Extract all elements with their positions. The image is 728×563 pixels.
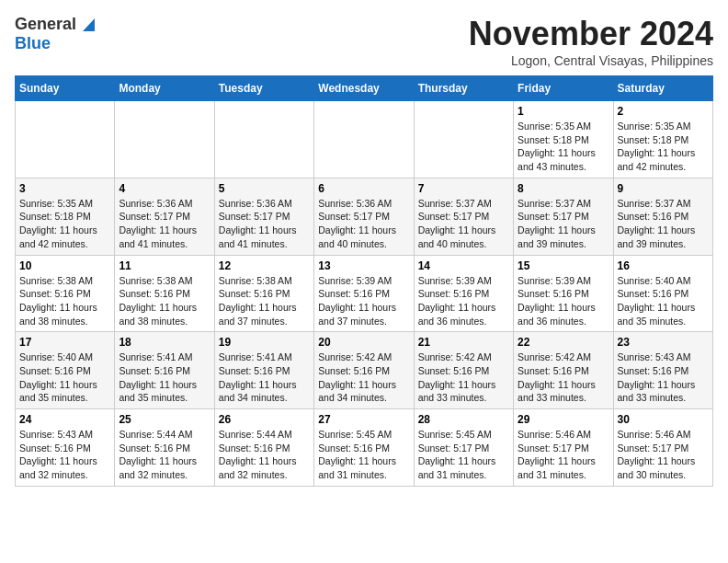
day-number: 26 [219,413,310,426]
day-number: 6 [318,182,409,195]
day-number: 19 [219,336,310,349]
day-number: 14 [418,259,509,272]
calendar-cell: 13Sunrise: 5:39 AM Sunset: 5:16 PM Dayli… [314,255,414,332]
day-number: 3 [19,182,110,195]
day-info: Sunrise: 5:43 AM Sunset: 5:16 PM Dayligh… [19,428,110,482]
day-info: Sunrise: 5:46 AM Sunset: 5:17 PM Dayligh… [518,428,609,482]
calendar-cell: 7Sunrise: 5:37 AM Sunset: 5:17 PM Daylig… [414,178,513,255]
day-number: 20 [318,336,409,349]
day-info: Sunrise: 5:42 AM Sunset: 5:16 PM Dayligh… [318,350,409,405]
day-info: Sunrise: 5:38 AM Sunset: 5:16 PM Dayligh… [119,274,210,328]
calendar-cell: 22Sunrise: 5:42 AM Sunset: 5:16 PM Dayli… [514,332,613,409]
day-info: Sunrise: 5:36 AM Sunset: 5:17 PM Dayligh… [119,197,210,251]
day-number: 2 [618,105,709,118]
day-info: Sunrise: 5:36 AM Sunset: 5:17 PM Dayligh… [318,197,409,251]
day-number: 7 [418,182,509,195]
logo-general: General [15,16,76,34]
day-info: Sunrise: 5:44 AM Sunset: 5:16 PM Dayligh… [119,428,210,482]
weekday-header-friday: Friday [514,76,613,101]
day-number: 24 [19,413,110,426]
day-info: Sunrise: 5:36 AM Sunset: 5:17 PM Dayligh… [219,197,310,251]
calendar-cell: 25Sunrise: 5:44 AM Sunset: 5:16 PM Dayli… [115,409,214,487]
calendar-cell [214,101,313,178]
day-info: Sunrise: 5:40 AM Sunset: 5:16 PM Dayligh… [618,274,709,328]
day-info: Sunrise: 5:43 AM Sunset: 5:16 PM Dayligh… [618,350,709,405]
day-number: 23 [618,336,709,349]
calendar-cell: 24Sunrise: 5:43 AM Sunset: 5:16 PM Dayli… [16,409,115,487]
day-number: 11 [119,259,210,272]
day-number: 1 [518,105,609,118]
day-number: 5 [219,182,310,195]
day-info: Sunrise: 5:41 AM Sunset: 5:16 PM Dayligh… [219,350,310,405]
logo: General Blue [15,15,95,53]
day-number: 21 [418,336,509,349]
month-title: November 2024 [469,15,713,53]
day-info: Sunrise: 5:40 AM Sunset: 5:16 PM Dayligh… [19,350,110,405]
day-number: 17 [19,336,110,349]
weekday-header-wednesday: Wednesday [314,76,414,101]
day-info: Sunrise: 5:35 AM Sunset: 5:18 PM Dayligh… [19,197,110,251]
logo-icon [78,15,95,31]
day-number: 25 [119,413,210,426]
day-info: Sunrise: 5:39 AM Sunset: 5:16 PM Dayligh… [318,274,409,328]
day-info: Sunrise: 5:46 AM Sunset: 5:17 PM Dayligh… [618,428,709,482]
calendar-cell: 20Sunrise: 5:42 AM Sunset: 5:16 PM Dayli… [314,332,414,409]
day-number: 30 [618,413,709,426]
day-info: Sunrise: 5:37 AM Sunset: 5:17 PM Dayligh… [518,197,609,251]
day-info: Sunrise: 5:35 AM Sunset: 5:18 PM Dayligh… [618,120,709,174]
calendar-cell: 19Sunrise: 5:41 AM Sunset: 5:16 PM Dayli… [214,332,313,409]
day-number: 12 [219,259,310,272]
day-info: Sunrise: 5:38 AM Sunset: 5:16 PM Dayligh… [19,274,110,328]
calendar-cell: 3Sunrise: 5:35 AM Sunset: 5:18 PM Daylig… [16,178,115,255]
location: Logon, Central Visayas, Philippines [469,53,713,68]
page-header: General Blue November 2024 Logon, Centra… [15,15,713,68]
calendar-header-row: SundayMondayTuesdayWednesdayThursdayFrid… [16,76,713,101]
day-number: 27 [318,413,409,426]
calendar-cell: 14Sunrise: 5:39 AM Sunset: 5:16 PM Dayli… [414,255,513,332]
weekday-header-saturday: Saturday [613,76,712,101]
day-info: Sunrise: 5:45 AM Sunset: 5:17 PM Dayligh… [418,428,509,482]
calendar-cell: 1Sunrise: 5:35 AM Sunset: 5:18 PM Daylig… [514,101,613,178]
day-info: Sunrise: 5:39 AM Sunset: 5:16 PM Dayligh… [418,274,509,328]
day-number: 8 [518,182,609,195]
calendar-table: SundayMondayTuesdayWednesdayThursdayFrid… [15,75,713,487]
calendar-cell: 16Sunrise: 5:40 AM Sunset: 5:16 PM Dayli… [613,255,712,332]
calendar-cell: 21Sunrise: 5:42 AM Sunset: 5:16 PM Dayli… [414,332,513,409]
day-info: Sunrise: 5:38 AM Sunset: 5:16 PM Dayligh… [219,274,310,328]
day-info: Sunrise: 5:41 AM Sunset: 5:16 PM Dayligh… [119,350,210,405]
title-area: November 2024 Logon, Central Visayas, Ph… [469,15,713,68]
calendar-cell: 10Sunrise: 5:38 AM Sunset: 5:16 PM Dayli… [16,255,115,332]
day-info: Sunrise: 5:37 AM Sunset: 5:16 PM Dayligh… [618,197,709,251]
calendar-cell: 12Sunrise: 5:38 AM Sunset: 5:16 PM Dayli… [214,255,313,332]
calendar-cell [115,101,214,178]
weekday-header-sunday: Sunday [16,76,115,101]
day-number: 9 [618,182,709,195]
calendar-cell: 23Sunrise: 5:43 AM Sunset: 5:16 PM Dayli… [613,332,712,409]
day-info: Sunrise: 5:44 AM Sunset: 5:16 PM Dayligh… [219,428,310,482]
calendar-cell: 30Sunrise: 5:46 AM Sunset: 5:17 PM Dayli… [613,409,712,487]
weekday-header-tuesday: Tuesday [214,76,313,101]
day-info: Sunrise: 5:35 AM Sunset: 5:18 PM Dayligh… [518,120,609,174]
calendar-cell [414,101,513,178]
day-info: Sunrise: 5:37 AM Sunset: 5:17 PM Dayligh… [418,197,509,251]
calendar-cell: 4Sunrise: 5:36 AM Sunset: 5:17 PM Daylig… [115,178,214,255]
calendar-cell: 2Sunrise: 5:35 AM Sunset: 5:18 PM Daylig… [613,101,712,178]
calendar-cell: 9Sunrise: 5:37 AM Sunset: 5:16 PM Daylig… [613,178,712,255]
calendar-cell: 11Sunrise: 5:38 AM Sunset: 5:16 PM Dayli… [115,255,214,332]
weekday-header-thursday: Thursday [414,76,513,101]
day-info: Sunrise: 5:42 AM Sunset: 5:16 PM Dayligh… [518,350,609,405]
calendar-week-row: 3Sunrise: 5:35 AM Sunset: 5:18 PM Daylig… [16,178,713,255]
day-number: 16 [618,259,709,272]
calendar-cell: 26Sunrise: 5:44 AM Sunset: 5:16 PM Dayli… [214,409,313,487]
day-number: 28 [418,413,509,426]
calendar-cell: 27Sunrise: 5:45 AM Sunset: 5:16 PM Dayli… [314,409,414,487]
day-number: 4 [119,182,210,195]
calendar-week-row: 10Sunrise: 5:38 AM Sunset: 5:16 PM Dayli… [16,255,713,332]
calendar-week-row: 24Sunrise: 5:43 AM Sunset: 5:16 PM Dayli… [16,409,713,487]
calendar-week-row: 17Sunrise: 5:40 AM Sunset: 5:16 PM Dayli… [16,332,713,409]
calendar-cell: 18Sunrise: 5:41 AM Sunset: 5:16 PM Dayli… [115,332,214,409]
calendar-cell: 28Sunrise: 5:45 AM Sunset: 5:17 PM Dayli… [414,409,513,487]
day-number: 29 [518,413,609,426]
day-number: 13 [318,259,409,272]
calendar-cell: 29Sunrise: 5:46 AM Sunset: 5:17 PM Dayli… [514,409,613,487]
